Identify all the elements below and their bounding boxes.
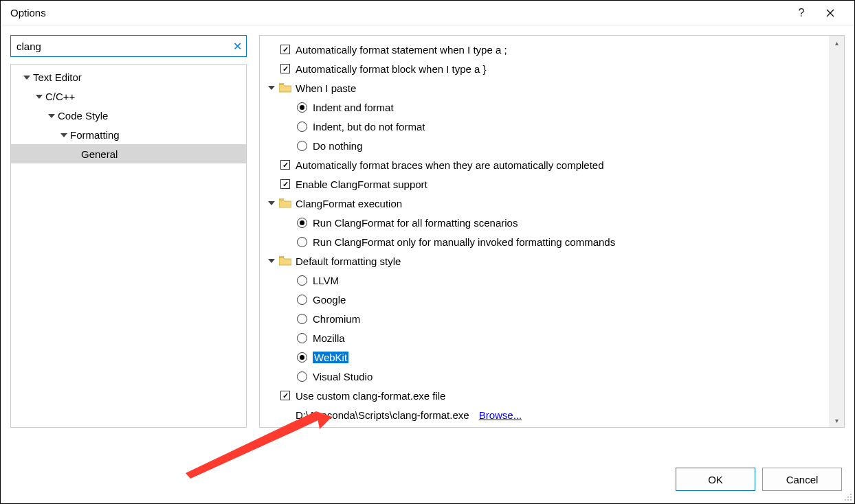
radio-webkit[interactable]: WebKit <box>260 347 829 367</box>
radio-visual-studio[interactable]: Visual Studio <box>260 367 829 386</box>
radio-llvm[interactable]: LLVM <box>260 271 829 290</box>
checkbox-icon <box>280 64 290 73</box>
radio-icon <box>297 295 307 305</box>
radio-icon <box>297 122 307 132</box>
checkbox-icon <box>280 179 290 189</box>
radio-icon <box>297 102 307 113</box>
settings-panel: Automatically format statement when I ty… <box>259 35 845 428</box>
svg-point-4 <box>847 499 849 501</box>
svg-point-3 <box>850 499 852 501</box>
checkbox-auto-format-braces[interactable]: Automatically format braces when they ar… <box>260 155 829 174</box>
svg-point-0 <box>850 494 852 495</box>
titlebar: Options ? <box>1 1 854 25</box>
radio-icon <box>297 333 307 343</box>
label: Automatically format block when I type a… <box>296 63 487 75</box>
scroll-down-icon[interactable]: ▾ <box>829 413 844 427</box>
tree-item[interactable]: Formatting <box>11 125 246 144</box>
radio-exec-all[interactable]: Run ClangFormat for all formatting scena… <box>260 213 829 232</box>
checkbox-icon <box>280 160 290 170</box>
scroll-up-icon[interactable]: ▴ <box>829 36 844 49</box>
clear-search-icon[interactable]: ✕ <box>233 40 242 53</box>
label: Automatically format statement when I ty… <box>296 44 507 56</box>
group-label: When I paste <box>296 82 356 94</box>
chevron-down-icon <box>36 95 43 99</box>
svg-point-2 <box>847 496 849 498</box>
radio-mozilla[interactable]: Mozilla <box>260 328 829 347</box>
radio-icon <box>297 275 307 286</box>
checkbox-custom-clang-format-exe[interactable]: Use custom clang-format.exe file <box>260 386 829 405</box>
tree-item-label: Text Editor <box>33 71 82 83</box>
search-input[interactable]: ✕ <box>10 35 247 57</box>
radio-chromium[interactable]: Chromium <box>260 309 829 328</box>
ok-button[interactable]: OK <box>676 468 755 491</box>
cancel-button[interactable]: Cancel <box>762 468 842 491</box>
group-default-style[interactable]: Default formatting style <box>260 251 829 271</box>
scrollbar[interactable]: ▴ ▾ <box>829 36 844 427</box>
tree-item[interactable]: General <box>11 144 246 163</box>
radio-do-nothing[interactable]: Do nothing <box>260 136 829 155</box>
checkbox-enable-clangformat[interactable]: Enable ClangFormat support <box>260 174 829 194</box>
checkbox-auto-format-block[interactable]: Automatically format block when I type a… <box>260 59 829 78</box>
tree-item[interactable]: C/C++ <box>11 87 246 106</box>
radio-icon <box>297 141 307 151</box>
tree-item-label: Formatting <box>70 129 120 141</box>
label: Google <box>313 294 346 306</box>
label: WebKit <box>313 352 348 363</box>
radio-icon <box>297 314 307 324</box>
label: Indent and format <box>313 102 394 113</box>
folder-icon <box>279 256 291 266</box>
tree-item-label: C/C++ <box>45 91 75 102</box>
checkbox-icon <box>280 45 290 54</box>
label: Run ClangFormat only for manually invoke… <box>313 236 615 248</box>
label: Automatically format braces when they ar… <box>296 159 604 171</box>
group-label: ClangFormat execution <box>296 198 402 209</box>
chevron-down-icon <box>268 259 275 263</box>
clang-format-path: D:\Anaconda\Scripts\clang-format.exe <box>296 409 469 421</box>
search-field[interactable] <box>16 41 233 52</box>
options-tree[interactable]: Text EditorC/C++Code StyleFormattingGene… <box>10 64 247 428</box>
browse-link[interactable]: Browse... <box>479 409 522 421</box>
label: LLVM <box>313 275 339 286</box>
group-when-paste[interactable]: When I paste <box>260 78 829 98</box>
chevron-down-icon <box>23 76 30 80</box>
label: Enable ClangFormat support <box>296 179 428 190</box>
tree-item-label: Code Style <box>58 110 108 122</box>
radio-icon <box>297 237 307 247</box>
svg-point-1 <box>850 496 852 498</box>
help-button[interactable]: ? <box>787 1 816 25</box>
radio-indent-and-format[interactable]: Indent and format <box>260 98 829 117</box>
label: Do nothing <box>313 140 363 152</box>
label: Use custom clang-format.exe file <box>296 390 445 402</box>
group-clangformat-execution[interactable]: ClangFormat execution <box>260 194 829 213</box>
window-title: Options <box>10 7 46 19</box>
tree-item[interactable]: Code Style <box>11 106 246 125</box>
radio-icon <box>297 352 307 363</box>
tree-item-label: General <box>81 148 118 160</box>
svg-point-5 <box>845 499 846 501</box>
radio-icon <box>297 218 307 228</box>
radio-google[interactable]: Google <box>260 290 829 309</box>
radio-indent-only[interactable]: Indent, but do not format <box>260 117 829 136</box>
folder-icon <box>279 83 291 93</box>
close-button[interactable] <box>816 1 845 25</box>
label: Visual Studio <box>313 371 373 382</box>
clang-format-path-row: D:\Anaconda\Scripts\clang-format.exeBrow… <box>260 405 829 424</box>
label: Chromium <box>313 313 360 325</box>
tree-item[interactable]: Text Editor <box>11 67 246 87</box>
checkbox-auto-format-statement[interactable]: Automatically format statement when I ty… <box>260 40 829 59</box>
chevron-down-icon <box>268 201 275 205</box>
folder-icon <box>279 198 291 208</box>
chevron-down-icon <box>60 133 67 137</box>
group-label: Default formatting style <box>296 255 401 267</box>
resize-grip-icon[interactable] <box>843 492 853 502</box>
label: Mozilla <box>313 332 345 344</box>
radio-exec-manual[interactable]: Run ClangFormat only for manually invoke… <box>260 232 829 251</box>
label: Run ClangFormat for all formatting scena… <box>313 217 518 229</box>
chevron-down-icon <box>48 114 55 118</box>
checkbox-icon <box>280 391 290 400</box>
chevron-down-icon <box>268 86 275 90</box>
radio-icon <box>297 371 307 382</box>
label: Indent, but do not format <box>313 121 425 133</box>
